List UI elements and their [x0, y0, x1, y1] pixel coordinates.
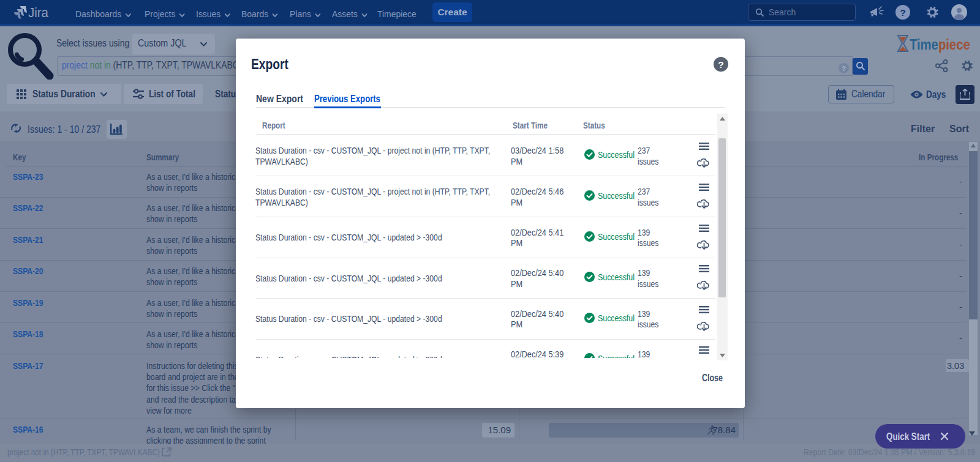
svg-text:?: ? [842, 65, 846, 72]
svg-text:?: ? [718, 59, 723, 70]
svg-text:?: ? [900, 7, 905, 18]
